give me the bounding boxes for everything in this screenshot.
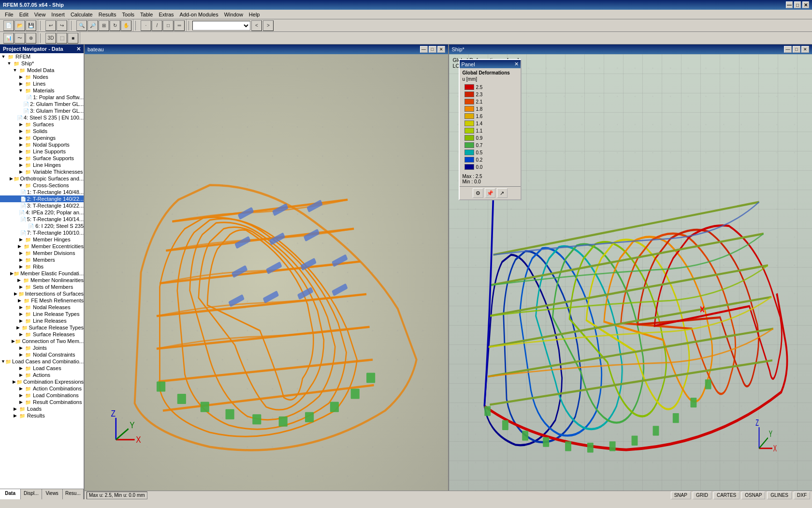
tree-item[interactable]: ▶📁Variable Thicknesses <box>0 168 84 175</box>
line-btn[interactable]: / <box>152 20 162 31</box>
tree-item[interactable]: ▶📁Surface Releases <box>0 331 84 338</box>
tree-toggle-icon[interactable]: ▶ <box>17 284 24 289</box>
results-btn[interactable]: 📊 <box>3 33 14 44</box>
menu-item-edit[interactable]: Edit <box>16 11 31 18</box>
tree-item[interactable]: ▶📁Connection of Two Mem... <box>0 338 84 344</box>
tree-toggle-icon[interactable]: ▶ <box>17 345 24 350</box>
node-btn[interactable]: · <box>141 20 151 31</box>
next-lc-btn[interactable]: > <box>263 20 274 31</box>
tree-item[interactable]: ▼📁Materials <box>0 87 84 94</box>
menu-item-calculate[interactable]: Calculate <box>68 11 96 18</box>
tree-toggle-icon[interactable]: ▶ <box>17 386 24 391</box>
glines-btn[interactable]: GLINES <box>767 492 792 499</box>
tree-toggle-icon[interactable]: ▶ <box>15 325 21 330</box>
wire-btn[interactable]: ⬚ <box>57 33 67 44</box>
close-btn[interactable]: ✕ <box>802 1 809 8</box>
solid-btn[interactable]: ■ <box>68 33 78 44</box>
viewport-right[interactable]: Ship* — □ ✕ Global Deformations u [mm] L… <box>449 45 812 491</box>
tree-toggle-icon[interactable]: ▶ <box>10 271 14 276</box>
vp-right-min[interactable]: — <box>784 46 792 53</box>
tree-toggle-icon[interactable]: ▼ <box>1 359 5 364</box>
open-btn[interactable]: 📂 <box>14 20 25 31</box>
zoom-in-btn[interactable]: 🔍 <box>76 20 87 31</box>
tree-item[interactable]: ▶📁Member Nonlinearities <box>0 277 84 284</box>
tree-toggle-icon[interactable]: ▶ <box>13 291 18 296</box>
menu-item-add-on-modules[interactable]: Add-on Modules <box>177 11 221 18</box>
ship-3d-left-viewport[interactable]: Z X Y <box>85 54 448 491</box>
tree-toggle-icon[interactable]: ▶ <box>17 75 24 79</box>
tree-item[interactable]: ▶📁Combination Expressions <box>0 378 84 385</box>
deform-btn[interactable]: 〜 <box>14 33 25 44</box>
tree-toggle-icon[interactable]: ▼ <box>12 68 18 73</box>
tree-item[interactable]: ▶📁Surface Supports <box>0 155 84 162</box>
tree-item[interactable]: ▶📁Member Hinges <box>0 236 84 243</box>
nav-tree[interactable]: ▼📁RFEM▼📁Ship*▼📁Model Data▶📁Nodes▶📁Lines▼… <box>0 53 84 489</box>
tree-toggle-icon[interactable]: ▼ <box>0 54 7 59</box>
member-btn[interactable]: ═ <box>174 20 185 31</box>
viewport-left[interactable]: bateau — □ ✕ <box>85 45 449 491</box>
menu-item-table[interactable]: Table <box>137 11 156 18</box>
legend-settings-btn[interactable]: ⚙ <box>473 188 483 198</box>
viewport-left-controls[interactable]: — □ ✕ <box>420 46 445 53</box>
menu-item-window[interactable]: Window <box>221 11 246 18</box>
vp-left-close[interactable]: ✕ <box>437 46 445 53</box>
title-bar-controls[interactable]: — □ ✕ <box>786 1 809 8</box>
surface-btn[interactable]: □ <box>163 20 174 31</box>
tree-item[interactable]: ▼📁Ship* <box>0 60 84 67</box>
tree-toggle-icon[interactable]: ▶ <box>17 312 24 316</box>
tree-item[interactable]: ▶📁Nodal Constraints <box>0 351 84 358</box>
osnap-btn[interactable]: OSNAP <box>741 492 765 499</box>
tree-toggle-icon[interactable]: ▶ <box>17 366 24 371</box>
tree-toggle-icon[interactable]: ▶ <box>17 264 24 269</box>
legend-arrow-btn[interactable]: ↗ <box>497 188 508 198</box>
maximize-btn[interactable]: □ <box>794 1 801 8</box>
3d-btn[interactable]: 3D <box>45 33 56 44</box>
lc-dropdown[interactable]: LC1 - permanent <box>192 21 250 30</box>
fit-btn[interactable]: ⊞ <box>99 20 109 31</box>
menu-item-extras[interactable]: Extras <box>156 11 176 18</box>
tree-item[interactable]: ▶📁Line Supports <box>0 148 84 155</box>
nav-tab-views[interactable]: Views <box>42 489 63 499</box>
pan-btn[interactable]: ✋ <box>121 20 131 31</box>
tree-toggle-icon[interactable]: ▶ <box>17 305 24 310</box>
tree-toggle-icon[interactable]: ▶ <box>10 176 14 181</box>
undo-btn[interactable]: ↩ <box>45 20 56 31</box>
rotate-btn[interactable]: ↻ <box>110 20 120 31</box>
tree-toggle-icon[interactable]: ▶ <box>17 129 24 134</box>
tree-item[interactable]: ▶📁FE Mesh Refinements <box>0 297 84 304</box>
zoom-out-btn[interactable]: 🔎 <box>87 20 98 31</box>
tree-toggle-icon[interactable]: ▶ <box>17 237 24 242</box>
nav-tab-results[interactable]: Resu... <box>63 489 84 499</box>
tree-item[interactable]: 📄1: Poplar and Softw... <box>0 94 84 101</box>
tree-toggle-icon[interactable]: ▶ <box>12 406 18 411</box>
tree-toggle-icon[interactable]: ▶ <box>17 393 24 398</box>
tree-item[interactable]: ▶📁Openings <box>0 134 84 141</box>
minimize-btn[interactable]: — <box>786 1 793 8</box>
tree-item[interactable]: ▶📁Nodal Releases <box>0 304 84 311</box>
tree-item[interactable]: ▶📁Load Combinations <box>0 392 84 399</box>
tree-item[interactable]: ▼📁Load Cases and Combinatio... <box>0 358 84 365</box>
tree-toggle-icon[interactable]: ▶ <box>16 278 22 283</box>
tree-item[interactable]: 📄6: I 220; Steel S 235 <box>0 223 84 229</box>
tree-item[interactable]: ▶📁Member Eccentricities <box>0 243 84 250</box>
tree-item[interactable]: ▶📁Results <box>0 412 84 419</box>
tree-item[interactable]: ▶📁Joints <box>0 344 84 351</box>
vp-right-max[interactable]: □ <box>793 46 800 53</box>
tree-item[interactable]: 📄3: Glulam Timber GL... <box>0 107 84 114</box>
tree-toggle-icon[interactable]: ▶ <box>17 400 24 404</box>
tree-toggle-icon[interactable]: ▶ <box>12 379 17 384</box>
tree-item[interactable]: 📄4: Steel S 235 | EN 100... <box>0 114 84 121</box>
tree-item[interactable]: ▶📁Line Hinges <box>0 162 84 168</box>
tree-item[interactable]: 📄2: T-Rectangle 140/22... <box>0 195 84 202</box>
menu-item-view[interactable]: View <box>31 11 49 18</box>
tree-item[interactable]: ▶📁Line Release Types <box>0 311 84 317</box>
tree-item[interactable]: ▶📁Member Elastic Foundati... <box>0 270 84 277</box>
tree-item[interactable]: 📄7: T-Rectangle 100/10... <box>0 229 84 236</box>
tree-item[interactable]: ▶📁Members <box>0 256 84 263</box>
tree-toggle-icon[interactable]: ▶ <box>17 142 24 147</box>
menu-item-insert[interactable]: Insert <box>48 11 68 18</box>
tree-item[interactable]: ▶📁Ribs <box>0 263 84 270</box>
tree-toggle-icon[interactable]: ▼ <box>17 183 24 188</box>
tree-item[interactable]: ▶📁Surface Release Types <box>0 324 84 331</box>
tree-item[interactable]: ▶📁Action Combinations <box>0 385 84 392</box>
